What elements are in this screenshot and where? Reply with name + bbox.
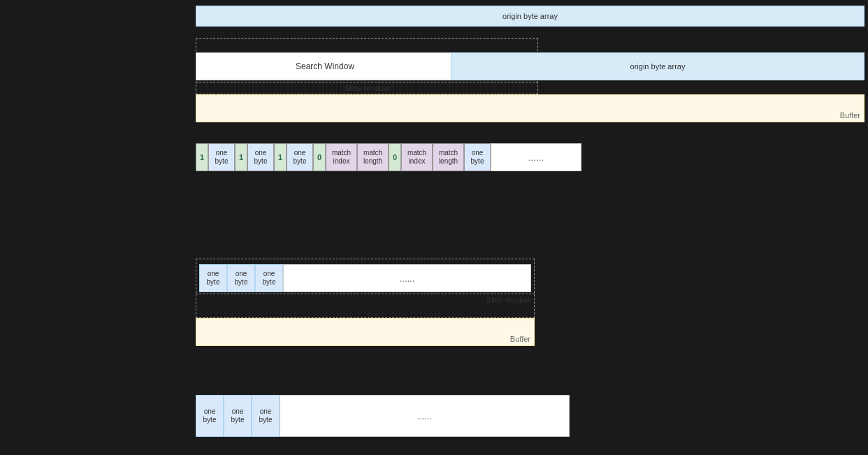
flag-3: 1 xyxy=(274,143,287,171)
section1-origin-bar: origin byte array xyxy=(196,6,865,27)
section4-slide-window: one byte one byte one byte ...... Slide … xyxy=(196,259,535,349)
sw4-byte-3: one byte xyxy=(255,264,283,292)
dots-cell: ...... xyxy=(491,143,581,171)
sw4-buffer-bar: Buffer xyxy=(196,318,535,346)
byte-cell-2: one byte xyxy=(247,143,274,171)
s5-byte-3: one byte xyxy=(252,395,280,437)
origin-byte-array-top: origin byte array xyxy=(196,6,865,27)
sw4-byte-2: one byte xyxy=(227,264,255,292)
origin-byte-array-mid: origin byte array xyxy=(451,52,865,80)
match1-index: match index xyxy=(326,143,357,171)
match1-length: match length xyxy=(357,143,389,171)
search-window-box: Search Window xyxy=(196,52,454,80)
section5-bottom-bytes: one byte one byte one byte ...... xyxy=(196,395,570,437)
slide-window-label: Slide window xyxy=(196,82,538,92)
sw4-byte-1: one byte xyxy=(199,264,227,292)
flag-1: 1 xyxy=(196,143,208,171)
s5-dots: ...... xyxy=(280,395,570,437)
search-window-label: Search Window xyxy=(296,62,354,71)
sw4-buffer-label: Buffer xyxy=(510,335,530,343)
byte-cell-4: one byte xyxy=(464,143,491,171)
section2-slide-window-area: Search Window origin byte array Slide wi… xyxy=(196,38,865,126)
buffer-bar-top: Buffer xyxy=(196,94,865,122)
origin-label-top: origin byte array xyxy=(502,12,558,20)
flag-4: 0 xyxy=(313,143,326,171)
sw4-dots: ...... xyxy=(283,264,531,292)
sw4-bytes-row: one byte one byte one byte ...... xyxy=(199,264,531,292)
s5-byte-1: one byte xyxy=(196,395,224,437)
s5-byte-2: one byte xyxy=(224,395,252,437)
match2-index: match index xyxy=(401,143,433,171)
encoded-bytes-row: 1 one byte 1 one byte 1 one byte 0 match… xyxy=(196,140,581,175)
match2-length: match length xyxy=(433,143,464,171)
flag-2: 1 xyxy=(235,143,247,171)
buffer-label-top: Buffer xyxy=(840,111,860,120)
byte-cell-1: one byte xyxy=(208,143,235,171)
sw4-slide-label: Slide window xyxy=(196,294,535,304)
byte-cell-3: one byte xyxy=(287,143,313,171)
flag-5: 0 xyxy=(389,143,401,171)
origin-label-mid: origin byte array xyxy=(630,62,686,71)
